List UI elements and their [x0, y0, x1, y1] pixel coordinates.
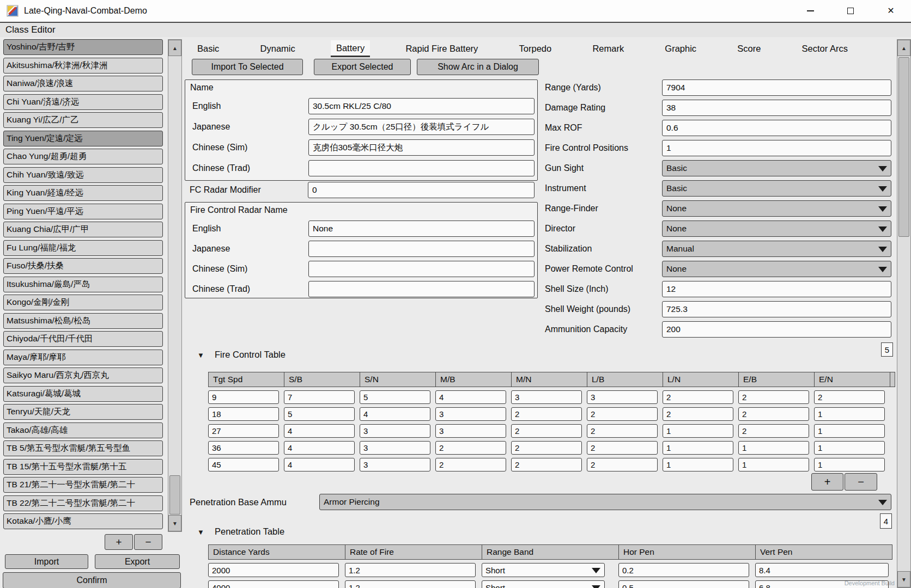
ship-list-item[interactable]: Matsushima/松島/松岛: [3, 313, 163, 329]
fc-table-cell[interactable]: 4: [284, 424, 355, 438]
name-english-field[interactable]: 30.5cm RKL/25 C/80: [308, 98, 535, 114]
ship-list-scrollbar[interactable]: ▲ ▼: [168, 39, 182, 532]
collapse-penetration-table-icon[interactable]: ▼: [197, 529, 204, 536]
fc-table-cell[interactable]: 2: [587, 407, 658, 421]
fc-table-cell[interactable]: 2: [663, 390, 733, 404]
import-button[interactable]: Import: [5, 554, 88, 569]
ship-list-item[interactable]: Chao Yung/超勇/超勇: [3, 149, 163, 164]
tab-basic[interactable]: Basic: [192, 40, 224, 57]
close-button[interactable]: ✕: [871, 0, 911, 22]
fc-table-cell[interactable]: 2: [738, 390, 809, 404]
ship-list-item[interactable]: Yoshino/吉野/吉野: [3, 39, 163, 55]
fc-table-cell[interactable]: 3: [587, 390, 658, 404]
fc-table-cell[interactable]: 1: [738, 458, 809, 471]
fc-table-cell[interactable]: 3: [435, 424, 506, 438]
ship-list-item[interactable]: Ping Yuen/平遠/平远: [3, 204, 163, 219]
shell-size-inch-field[interactable]: 12: [662, 281, 891, 297]
ship-list-item[interactable]: Saikyo Maru/西京丸/西京丸: [3, 367, 163, 383]
stabilization-dropdown[interactable]: Manual: [662, 241, 891, 257]
fc-table-cell[interactable]: 4: [435, 390, 506, 404]
fc-table-cell[interactable]: 1: [814, 458, 885, 471]
shell-weight-pounds-field[interactable]: 725.3: [662, 301, 891, 317]
fc-table-cell[interactable]: 18: [208, 407, 279, 421]
ship-list-item[interactable]: Tenryu/天龍/天龙: [3, 404, 163, 420]
name-chinese-trad-field[interactable]: [308, 160, 535, 176]
pen-hor-pen-cell[interactable]: 0.2: [618, 563, 749, 577]
tab-score[interactable]: Score: [732, 40, 766, 57]
fc-table-cell[interactable]: 2: [814, 390, 885, 404]
fc-table-cell[interactable]: 2: [663, 407, 733, 421]
pen-distance-cell[interactable]: 4000: [208, 580, 339, 588]
ship-list-item[interactable]: Maya/摩耶/摩耶: [3, 350, 163, 365]
confirm-button[interactable]: Confirm: [3, 572, 181, 588]
export-selected-button[interactable]: Export Selected: [314, 59, 411, 75]
ship-list-item[interactable]: TB 22/第二十二号型水雷艇/第二十: [3, 495, 163, 511]
fc-table-cell[interactable]: 5: [360, 390, 430, 404]
range-finder-dropdown[interactable]: None: [662, 200, 891, 217]
damage-rating-field[interactable]: 38: [662, 100, 891, 116]
fc-table-cell[interactable]: 7: [284, 390, 355, 404]
fc-table-cell[interactable]: 2: [435, 458, 506, 471]
fc-table-cell[interactable]: 2: [511, 407, 582, 421]
list-scrollbar-thumb[interactable]: [169, 475, 180, 514]
ship-list-item[interactable]: Fuso/扶桑/扶桑: [3, 258, 163, 274]
fc-table-cell[interactable]: 3: [360, 441, 430, 455]
ship-list-item[interactable]: TB 21/第二十一号型水雷艇/第二十: [3, 477, 163, 493]
main-scrollbar[interactable]: ▲ ▼: [897, 39, 911, 588]
pen-rate-of-fire-cell[interactable]: 1.2: [345, 563, 476, 577]
pen-rate-of-fire-cell[interactable]: 1.2: [345, 580, 476, 588]
fc-radar-japanese-field[interactable]: [308, 241, 535, 257]
tab-remark[interactable]: Remark: [587, 40, 629, 57]
ship-list-item[interactable]: Ting Yuen/定遠/定远: [3, 131, 163, 146]
maximize-button[interactable]: [830, 0, 871, 22]
fc-radar-modifier-field[interactable]: 0: [308, 182, 535, 198]
remove-class-button[interactable]: −: [134, 534, 162, 550]
fc-table-cell[interactable]: 4: [284, 441, 355, 455]
fc-table-cell[interactable]: 3: [435, 407, 506, 421]
fc-table-cell[interactable]: 4: [360, 407, 430, 421]
fc-table-cell[interactable]: 45: [208, 458, 279, 471]
export-button[interactable]: Export: [95, 554, 180, 569]
fc-table-cell[interactable]: 2: [738, 407, 809, 421]
import-to-selected-button[interactable]: Import To Selected: [192, 59, 303, 75]
fc-table-cell[interactable]: 2: [511, 424, 582, 438]
fc-table-cell[interactable]: 2: [738, 424, 809, 438]
fc-table-cell[interactable]: 2: [587, 441, 658, 455]
main-scroll-down-button[interactable]: ▼: [897, 571, 910, 587]
name-japanese-field[interactable]: クルップ 30.5cm（25口径）後装填式ライフル: [308, 119, 535, 135]
ship-list-item[interactable]: Itsukushima/厳島/严岛: [3, 277, 163, 292]
instrument-dropdown[interactable]: Basic: [662, 180, 891, 197]
fc-table-cell[interactable]: 3: [360, 424, 430, 438]
ship-list-item[interactable]: Chiyoda/千代田/千代田: [3, 331, 163, 347]
fc-table-cell[interactable]: 1: [814, 441, 885, 455]
ship-list-item[interactable]: Chih Yuan/致遠/致远: [3, 167, 163, 183]
minimize-button[interactable]: [790, 0, 830, 22]
fc-table-cell[interactable]: 3: [511, 390, 582, 404]
fc-table-cell[interactable]: 1: [663, 458, 733, 471]
fc-table-cell[interactable]: 1: [663, 441, 733, 455]
fc-table-cell[interactable]: 2: [587, 458, 658, 471]
penetration-base-ammu-dropdown[interactable]: Armor Piercing: [319, 494, 891, 510]
list-scroll-up-button[interactable]: ▲: [168, 40, 181, 56]
ship-list-item[interactable]: TB 5/第五号型水雷艇/第五号型鱼: [3, 440, 163, 456]
ship-list-item[interactable]: Takao/高雄/高雄: [3, 422, 163, 438]
pen-distance-cell[interactable]: 2000: [208, 563, 339, 577]
ship-list-item[interactable]: Kongo/金剛/金刚: [3, 295, 163, 310]
fc-table-remove-row-button[interactable]: −: [845, 473, 877, 491]
tab-battery[interactable]: Battery: [331, 40, 370, 57]
tab-sector-arcs[interactable]: Sector Arcs: [797, 40, 853, 57]
main-scroll-up-button[interactable]: ▲: [897, 40, 910, 56]
fc-table-cell[interactable]: 2: [435, 441, 506, 455]
fc-table-cell[interactable]: 2: [587, 424, 658, 438]
fc-radar-chinese-trad-field[interactable]: [308, 281, 535, 297]
fc-table-cell[interactable]: 5: [284, 407, 355, 421]
ship-list-item[interactable]: Fu Lung/福龍/福龙: [3, 240, 163, 256]
ship-list-item[interactable]: Kuang Yi/広乙/广乙: [3, 112, 163, 128]
fire-control-positions-field[interactable]: 1: [662, 140, 891, 156]
fc-table-cell[interactable]: 36: [208, 441, 279, 455]
fc-table-cell[interactable]: 1: [738, 441, 809, 455]
ship-list-item[interactable]: Chi Yuan/済遠/济远: [3, 94, 163, 110]
name-chinese-sim-field[interactable]: 克虏伯305毫米口径大炮: [308, 139, 535, 156]
pen-hor-pen-cell[interactable]: 0.5: [618, 580, 749, 588]
ship-list-item[interactable]: TB 15/第十五号型水雷艇/第十五: [3, 459, 163, 475]
